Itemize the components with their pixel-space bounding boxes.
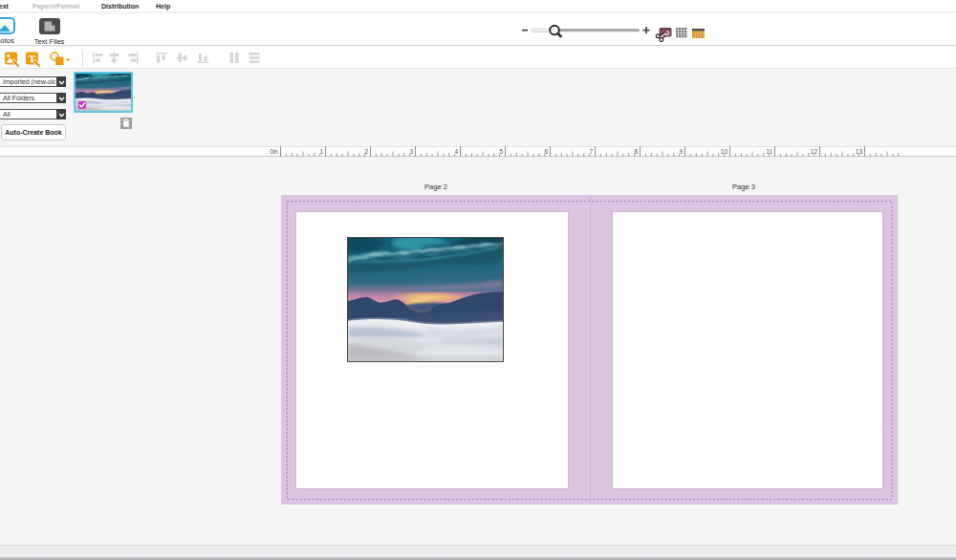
svg-text:7: 7: [589, 148, 593, 155]
svg-text:5: 5: [499, 148, 503, 155]
svg-text:3: 3: [409, 148, 413, 155]
svg-text:13: 13: [856, 148, 863, 155]
svg-text:10: 10: [721, 148, 728, 155]
svg-text:2: 2: [364, 148, 368, 155]
svg-text:8: 8: [634, 148, 638, 155]
svg-text:6: 6: [544, 148, 548, 155]
svg-text:0in: 0in: [270, 148, 278, 155]
svg-text:4: 4: [454, 148, 458, 155]
svg-text:11: 11: [766, 148, 772, 155]
svg-text:9: 9: [679, 148, 683, 155]
svg-text:12: 12: [811, 148, 818, 155]
svg-text:1: 1: [319, 148, 323, 155]
